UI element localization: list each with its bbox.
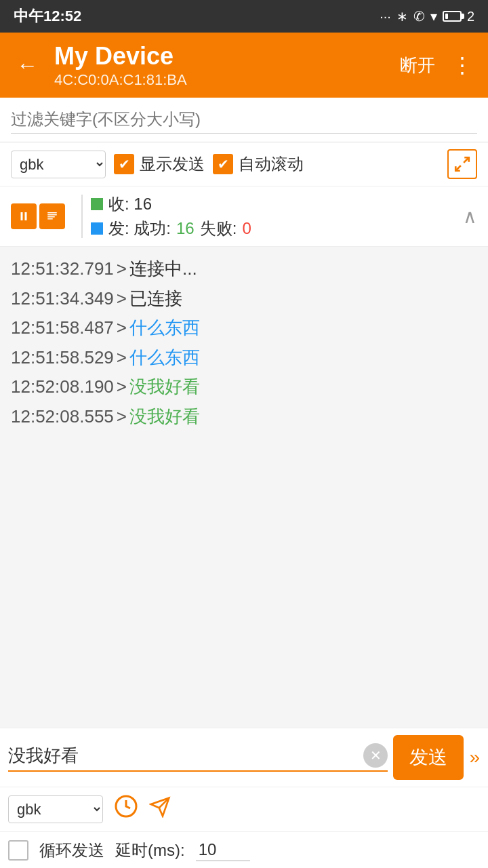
log-entry: 12:51:34.349>已连接 [11,285,477,313]
svg-rect-2 [21,212,23,220]
send-stat: 发: 成功: 16 失败: 0 [91,218,463,239]
auto-scroll-checkbox[interactable]: ✔ 自动滚动 [213,153,304,175]
log-time: 12:51:34.349 [11,285,114,313]
send-fail-prefix: 失败: [200,218,237,239]
stats-btn-group [11,203,65,229]
log-entry: 12:52:08.190>没我好看 [11,373,477,401]
stats-controls [11,203,65,229]
log-message: 没我好看 [129,403,200,431]
quick-send-icon[interactable] [149,796,171,823]
pause-button[interactable] [11,203,37,229]
svg-rect-4 [47,212,57,214]
send-prefix: 发: 成功: [108,218,171,239]
show-send-checkbox-icon: ✔ [114,154,134,174]
svg-rect-5 [47,214,57,216]
wifi-icon: ▾ [430,8,437,24]
filter-bar [0,98,488,142]
show-send-checkbox[interactable]: ✔ 显示发送 [114,153,205,175]
signal-bars-icon: ✆ [413,8,425,24]
log-time: 12:51:58.529 [11,344,114,372]
clear-log-button[interactable] [39,203,65,229]
log-message: 什么东西 [129,344,200,372]
log-time: 12:52:08.555 [11,403,114,431]
loop-row: 循环发送 延时(ms): [0,832,488,868]
delay-input[interactable] [196,839,250,861]
loop-send-checkbox[interactable] [8,840,28,861]
svg-rect-6 [47,216,55,218]
log-time: 12:51:32.791 [11,255,114,283]
recv-label: 收: 16 [108,193,152,215]
send-indicator [91,222,103,235]
options-row: gbk utf-8 [0,787,488,832]
status-time: 中午12:52 [14,6,81,26]
expand-button[interactable]: » [469,747,480,768]
success-count: 16 [176,219,195,238]
send-input-wrapper: ✕ [8,743,388,772]
log-message: 什么东西 [129,314,200,342]
fail-count: 0 [242,219,251,238]
device-mac: 4C:C0:0A:C1:81:BA [54,71,397,89]
filter-input[interactable] [11,106,477,134]
app-header: ← My Device 4C:C0:0A:C1:81:BA 断开 ⋮ [0,33,488,98]
more-button[interactable]: ⋮ [449,47,477,83]
send-input[interactable] [8,745,363,766]
log-entry: 12:51:58.487>什么东西 [11,314,477,342]
auto-scroll-label: 自动滚动 [239,153,304,175]
signal-dots-icon: ··· [380,9,391,24]
clear-input-button[interactable]: ✕ [363,743,388,768]
encoding-select[interactable]: gbk utf-8 [11,151,106,178]
header-actions: 断开 ⋮ [397,47,477,83]
log-time: 12:51:58.487 [11,314,114,342]
stats-divider [81,195,83,238]
status-bar: 中午12:52 ··· ∗ ✆ ▾ 2 [0,0,488,33]
log-area: 12:51:32.791>连接中...12:51:34.349>已连接12:51… [0,247,488,518]
log-arrow: > [117,373,127,401]
log-arrow: > [117,314,127,342]
log-entry: 12:52:08.555>没我好看 [11,403,477,431]
log-message: 没我好看 [129,373,200,401]
log-arrow: > [117,285,127,313]
back-button[interactable]: ← [11,47,43,83]
bluetooth-icon: ∗ [396,8,408,24]
log-message: 连接中... [129,255,197,283]
status-icons: ··· ∗ ✆ ▾ 2 [380,8,474,24]
svg-rect-7 [47,218,53,220]
stats-row: 收: 16 发: 成功: 16 失败: 0 ∧ [0,186,488,247]
header-title: My Device 4C:C0:0A:C1:81:BA [54,41,397,88]
disconnect-button[interactable]: 断开 [397,48,438,83]
recv-indicator [91,198,103,210]
bottom-area: ✕ 发送 » gbk utf-8 循环发送 延时(ms): [0,728,488,868]
log-time: 12:52:08.190 [11,373,114,401]
log-entry: 12:51:58.529>什么东西 [11,344,477,372]
stats-info: 收: 16 发: 成功: 16 失败: 0 [91,193,463,239]
log-arrow: > [117,403,127,431]
device-name: My Device [54,41,397,71]
send-button[interactable]: 发送 [393,735,464,780]
recv-stat: 收: 16 [91,193,463,215]
log-entry: 12:51:32.791>连接中... [11,255,477,283]
battery-icon [443,11,462,22]
fullscreen-button[interactable] [447,149,477,179]
delay-label: 延时(ms): [115,840,185,861]
log-message: 已连接 [129,285,182,313]
controls-row: gbk utf-8 ✔ 显示发送 ✔ 自动滚动 [0,142,488,186]
battery-level: 2 [467,9,474,24]
auto-scroll-checkbox-icon: ✔ [213,154,233,174]
collapse-button[interactable]: ∧ [463,205,477,228]
bottom-encoding-select[interactable]: gbk utf-8 [8,795,103,823]
history-icon[interactable] [114,794,138,825]
svg-rect-3 [25,212,27,220]
show-send-label: 显示发送 [140,153,205,175]
log-arrow: > [117,344,127,372]
log-arrow: > [117,255,127,283]
loop-send-label: 循环发送 [39,840,104,861]
send-row: ✕ 发送 » [0,728,488,787]
